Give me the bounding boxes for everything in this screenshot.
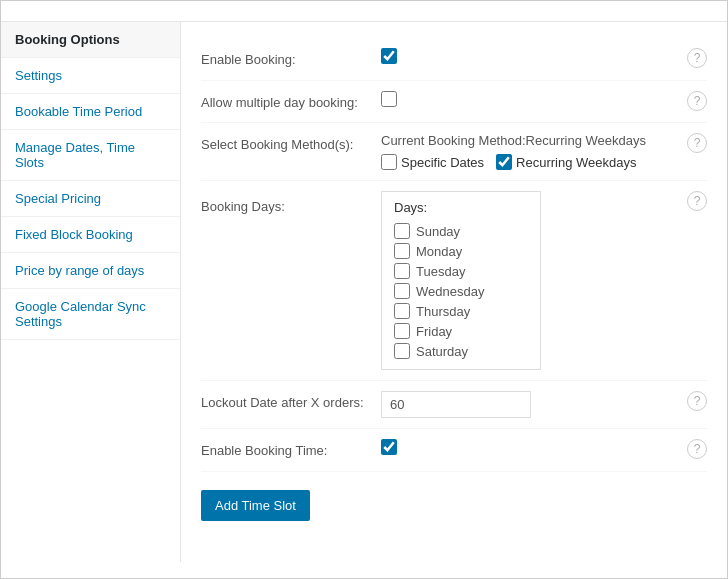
- day-row-saturday: Saturday: [394, 341, 528, 361]
- checkbox-day-wednesday[interactable]: [394, 283, 410, 299]
- day-label-thursday: Thursday: [416, 304, 470, 319]
- form-label-select-booking-method: Select Booking Method(s):: [201, 133, 381, 155]
- page-title: [1, 1, 727, 22]
- method-option-specific-dates: Specific Dates: [381, 154, 484, 170]
- checkbox-day-thursday[interactable]: [394, 303, 410, 319]
- method-option-label-specific-dates: Specific Dates: [401, 155, 484, 170]
- form-label-allow-multiple-day: Allow multiple day booking:: [201, 91, 381, 113]
- checkbox-method-recurring-weekdays[interactable]: [496, 154, 512, 170]
- sidebar-item-fixed-block-booking[interactable]: Fixed Block Booking: [1, 217, 180, 253]
- day-row-tuesday: Tuesday: [394, 261, 528, 281]
- form-control-enable-booking: [381, 48, 677, 67]
- checkbox-day-saturday[interactable]: [394, 343, 410, 359]
- form-row-lockout-date: Lockout Date after X orders:?: [201, 381, 707, 429]
- day-row-thursday: Thursday: [394, 301, 528, 321]
- form-control-select-booking-method: Current Booking Method:Recurring Weekday…: [381, 133, 677, 170]
- help-icon-select-booking-method[interactable]: ?: [687, 133, 707, 153]
- main-content: Enable Booking:?Allow multiple day booki…: [181, 22, 727, 562]
- day-label-sunday: Sunday: [416, 224, 460, 239]
- sidebar-item-settings[interactable]: Settings: [1, 58, 180, 94]
- form-row-allow-multiple-day: Allow multiple day booking:?: [201, 81, 707, 124]
- help-icon-lockout-date[interactable]: ?: [687, 391, 707, 411]
- day-label-monday: Monday: [416, 244, 462, 259]
- help-icon-allow-multiple-day[interactable]: ?: [687, 91, 707, 111]
- page-wrapper: Booking OptionsSettingsBookable Time Per…: [0, 0, 728, 579]
- day-row-friday: Friday: [394, 321, 528, 341]
- help-icon-enable-booking[interactable]: ?: [687, 48, 707, 68]
- day-row-sunday: Sunday: [394, 221, 528, 241]
- help-icon-enable-booking-time[interactable]: ?: [687, 439, 707, 459]
- checkbox-day-sunday[interactable]: [394, 223, 410, 239]
- day-label-tuesday: Tuesday: [416, 264, 465, 279]
- day-label-wednesday: Wednesday: [416, 284, 484, 299]
- add-time-slot-row: Add Time Slot: [201, 472, 707, 531]
- form-label-booking-days: Booking Days:: [201, 191, 381, 217]
- help-icon-booking-days[interactable]: ?: [687, 191, 707, 211]
- sidebar-item-booking-options[interactable]: Booking Options: [1, 22, 180, 58]
- sidebar-item-manage-dates-time-slots[interactable]: Manage Dates, Time Slots: [1, 130, 180, 181]
- form-control-allow-multiple-day: [381, 91, 677, 110]
- days-box: Days:SundayMondayTuesdayWednesdayThursda…: [381, 191, 541, 370]
- form-row-booking-days: Booking Days:Days:SundayMondayTuesdayWed…: [201, 181, 707, 381]
- checkbox-day-friday[interactable]: [394, 323, 410, 339]
- form-label-enable-booking: Enable Booking:: [201, 48, 381, 70]
- day-label-friday: Friday: [416, 324, 452, 339]
- method-option-label-recurring-weekdays: Recurring Weekdays: [516, 155, 636, 170]
- content-area: Booking OptionsSettingsBookable Time Per…: [1, 22, 727, 562]
- day-row-wednesday: Wednesday: [394, 281, 528, 301]
- input-lockout-date[interactable]: [381, 391, 531, 418]
- method-option-recurring-weekdays: Recurring Weekdays: [496, 154, 636, 170]
- form-control-booking-days: Days:SundayMondayTuesdayWednesdayThursda…: [381, 191, 677, 370]
- day-row-monday: Monday: [394, 241, 528, 261]
- checkbox-enable-booking[interactable]: [381, 48, 397, 64]
- checkbox-day-tuesday[interactable]: [394, 263, 410, 279]
- days-box-title: Days:: [394, 200, 528, 215]
- form-label-enable-booking-time: Enable Booking Time:: [201, 439, 381, 461]
- form-control-enable-booking-time: [381, 439, 677, 458]
- form-label-lockout-date: Lockout Date after X orders:: [201, 391, 381, 413]
- sidebar-item-google-calendar-sync-settings[interactable]: Google Calendar Sync Settings: [1, 289, 180, 340]
- form-row-select-booking-method: Select Booking Method(s):Current Booking…: [201, 123, 707, 181]
- sidebar: Booking OptionsSettingsBookable Time Per…: [1, 22, 181, 562]
- add-time-slot-button[interactable]: Add Time Slot: [201, 490, 310, 521]
- sidebar-item-bookable-time-period[interactable]: Bookable Time Period: [1, 94, 180, 130]
- form-control-lockout-date: [381, 391, 677, 418]
- checkbox-day-monday[interactable]: [394, 243, 410, 259]
- sidebar-item-price-by-range-of-days[interactable]: Price by range of days: [1, 253, 180, 289]
- sidebar-item-special-pricing[interactable]: Special Pricing: [1, 181, 180, 217]
- method-options: Specific DatesRecurring Weekdays: [381, 154, 677, 170]
- checkbox-method-specific-dates[interactable]: [381, 154, 397, 170]
- checkbox-allow-multiple-day[interactable]: [381, 91, 397, 107]
- day-label-saturday: Saturday: [416, 344, 468, 359]
- form-row-enable-booking: Enable Booking:?: [201, 38, 707, 81]
- checkbox-enable-booking-time[interactable]: [381, 439, 397, 455]
- form-row-enable-booking-time: Enable Booking Time:?: [201, 429, 707, 472]
- current-method-text: Current Booking Method:Recurring Weekday…: [381, 133, 677, 148]
